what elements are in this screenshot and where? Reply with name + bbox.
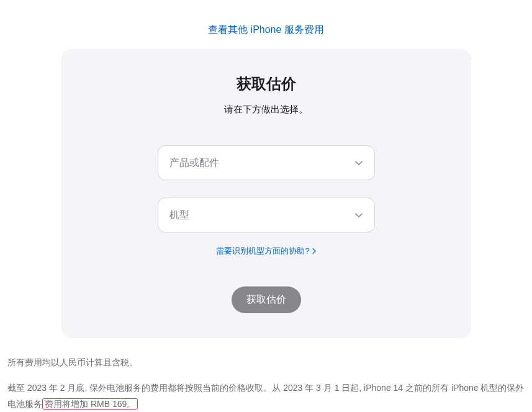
footer-line-1: 所有费用均以人民币计算且含税。 — [7, 354, 525, 371]
price-increase-highlight: 费用将增加 RMB 169。 — [42, 398, 138, 410]
estimate-card: 获取估价 请在下方做出选择。 产品或配件 机型 需要识别机型方面的协助? 获取估… — [61, 49, 471, 338]
view-other-services-link[interactable]: 查看其他 iPhone 服务费用 — [208, 24, 324, 35]
top-link-container: 查看其他 iPhone 服务费用 — [0, 0, 532, 49]
footer-text: 所有费用均以人民币计算且含税。 截至 2023 年 2 月底, 保外电池服务的费… — [0, 338, 532, 412]
chevron-down-icon — [354, 158, 363, 167]
footer-line-2: 截至 2023 年 2 月底, 保外电池服务的费用都将按照当前的价格收取。从 2… — [7, 380, 525, 412]
model-select-wrapper: 机型 — [158, 198, 375, 232]
help-link-text: 需要识别机型方面的协助? — [216, 245, 309, 257]
chevron-down-icon — [354, 211, 363, 219]
card-title: 获取估价 — [74, 74, 459, 94]
identify-model-help-link[interactable]: 需要识别机型方面的协助? — [216, 245, 315, 257]
chevron-right-icon — [312, 247, 316, 256]
model-select[interactable]: 机型 — [158, 198, 375, 232]
product-select-placeholder: 产品或配件 — [169, 157, 219, 170]
get-estimate-button[interactable]: 获取估价 — [232, 286, 301, 313]
product-select-wrapper: 产品或配件 — [158, 145, 375, 180]
product-select[interactable]: 产品或配件 — [158, 145, 375, 180]
help-link-container: 需要识别机型方面的协助? — [74, 245, 459, 257]
card-subtitle: 请在下方做出选择。 — [74, 104, 459, 116]
model-select-placeholder: 机型 — [169, 209, 189, 222]
